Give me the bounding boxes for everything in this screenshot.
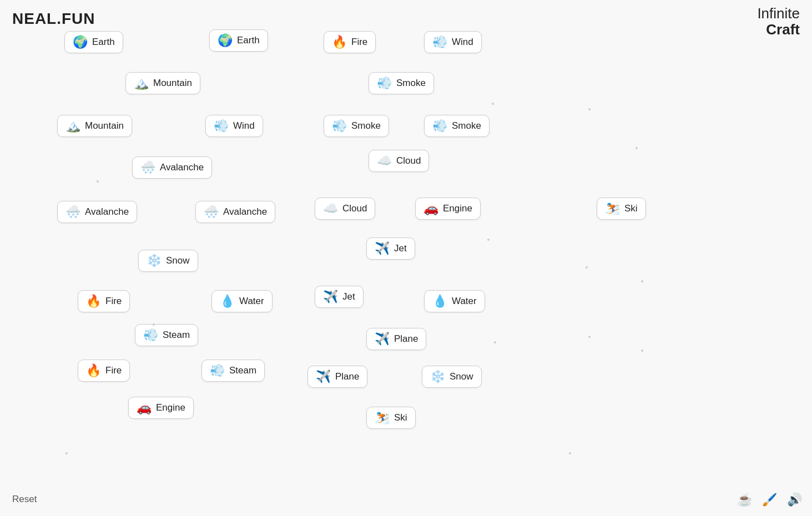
element-label: Smoke xyxy=(452,120,481,131)
element-e10[interactable]: 💨Smoke xyxy=(424,115,490,137)
element-e25[interactable]: ✈️Plane xyxy=(366,328,426,350)
jet-icon: ✈️ xyxy=(375,242,390,255)
element-label: Fire xyxy=(351,37,367,48)
element-e30[interactable]: 🚗Engine xyxy=(128,397,194,419)
title-infinite: Infinite xyxy=(757,6,800,22)
element-e12[interactable]: ☁️Cloud xyxy=(369,150,429,172)
element-e31[interactable]: ⛷️Ski xyxy=(366,407,416,429)
element-e5[interactable]: 🏔️Mountain xyxy=(125,72,200,94)
element-e2[interactable]: 🌍Earth xyxy=(209,29,268,52)
element-label: Mountain xyxy=(153,78,192,89)
smoke-icon: 💨 xyxy=(332,120,347,132)
element-e16[interactable]: 🚗Engine xyxy=(415,198,481,220)
element-label: Smoke xyxy=(396,78,426,89)
fire-icon: 🔥 xyxy=(86,295,101,307)
element-label: Ski xyxy=(624,203,638,214)
element-label: Jet xyxy=(342,291,355,302)
smoke-icon: 💨 xyxy=(377,77,392,89)
element-e19[interactable]: ✈️Jet xyxy=(366,237,415,260)
logo: NEAL.FUN xyxy=(12,10,95,28)
element-e27[interactable]: 💨Steam xyxy=(201,360,265,382)
element-label: Avalanche xyxy=(160,162,204,173)
snow-icon: ❄️ xyxy=(430,371,445,383)
svg-line-2 xyxy=(94,42,95,126)
decoration-dot-2 xyxy=(588,108,591,110)
element-e14[interactable]: 🌨️Avalanche xyxy=(195,201,275,223)
element-label: Steam xyxy=(229,365,256,376)
element-e8[interactable]: 💨Wind xyxy=(205,115,263,137)
svg-line-3 xyxy=(234,41,239,126)
decoration-dot-6 xyxy=(641,280,643,282)
fire-icon: 🔥 xyxy=(332,36,347,48)
earth-icon: 🌍 xyxy=(73,36,88,48)
ski-icon: ⛷️ xyxy=(605,203,620,215)
element-label: Engine xyxy=(156,402,185,413)
element-e24[interactable]: 💨Steam xyxy=(135,324,198,346)
engine-icon: 🚗 xyxy=(423,203,438,215)
snow-icon: ❄️ xyxy=(147,255,162,267)
element-e22[interactable]: ✈️Jet xyxy=(315,286,364,308)
smoke-icon: 💨 xyxy=(432,120,447,132)
wind-icon: 💨 xyxy=(432,36,447,48)
element-e29[interactable]: ❄️Snow xyxy=(422,366,482,388)
decoration-dot-10 xyxy=(153,323,155,326)
element-e4[interactable]: 💨Wind xyxy=(424,31,482,53)
decoration-dot-12 xyxy=(569,452,571,454)
volume-icon[interactable]: 🔊 xyxy=(787,493,802,507)
element-e11[interactable]: 🌨️Avalanche xyxy=(132,156,212,179)
element-e9[interactable]: 💨Smoke xyxy=(324,115,389,137)
element-label: Mountain xyxy=(85,120,124,131)
element-e6[interactable]: 💨Smoke xyxy=(369,72,434,94)
decoration-dot-8 xyxy=(588,336,591,338)
element-e3[interactable]: 🔥Fire xyxy=(324,31,376,53)
fire-icon: 🔥 xyxy=(86,365,101,377)
decoration-dot-9 xyxy=(641,350,643,352)
element-e28[interactable]: ✈️Plane xyxy=(307,366,367,388)
decoration-dot-0 xyxy=(97,180,99,183)
brush-icon[interactable]: 🖌️ xyxy=(762,493,777,507)
element-e7[interactable]: 🏔️Mountain xyxy=(57,115,132,137)
decoration-dot-11 xyxy=(65,452,68,454)
reset-button[interactable]: Reset xyxy=(12,494,37,505)
element-e23[interactable]: 💧Water xyxy=(424,290,485,312)
mountain-icon: 🏔️ xyxy=(134,77,149,89)
element-e1[interactable]: 🌍Earth xyxy=(64,31,123,53)
decoration-dot-3 xyxy=(636,147,638,149)
element-label: Jet xyxy=(394,243,407,254)
element-label: Steam xyxy=(163,330,190,341)
element-label: Avalanche xyxy=(223,206,267,217)
element-label: Wind xyxy=(233,120,255,131)
element-e20[interactable]: 🔥Fire xyxy=(78,290,130,312)
title-craft: Craft xyxy=(757,22,800,38)
earth-icon: 🌍 xyxy=(218,34,233,47)
decoration-dot-5 xyxy=(586,266,588,269)
element-e17[interactable]: ⛷️Ski xyxy=(597,198,646,220)
cloud-icon: ☁️ xyxy=(323,203,338,215)
element-e13[interactable]: 🌨️Avalanche xyxy=(57,201,137,223)
plane-icon: ✈️ xyxy=(316,371,331,383)
decoration-dot-1 xyxy=(492,103,494,105)
element-e26[interactable]: 🔥Fire xyxy=(78,360,130,382)
element-label: Plane xyxy=(394,333,418,345)
element-label: Earth xyxy=(92,37,115,48)
element-label: Water xyxy=(452,296,477,307)
coffee-icon[interactable]: ☕ xyxy=(737,493,752,507)
element-label: Plane xyxy=(335,371,359,382)
element-label: Snow xyxy=(450,371,473,382)
element-e18[interactable]: ❄️Snow xyxy=(138,250,198,272)
element-label: Water xyxy=(239,296,264,307)
mountain-icon: 🏔️ xyxy=(65,120,80,132)
element-label: Cloud xyxy=(342,203,367,214)
element-label: Engine xyxy=(443,203,472,214)
water-icon: 💧 xyxy=(432,295,447,307)
decoration-dot-4 xyxy=(487,239,490,241)
element-e15[interactable]: ☁️Cloud xyxy=(315,198,375,220)
decoration-dot-7 xyxy=(494,341,496,343)
water-icon: 💧 xyxy=(220,295,235,307)
element-e21[interactable]: 💧Water xyxy=(211,290,273,312)
steam-icon: 💨 xyxy=(143,329,158,341)
cloud-icon: ☁️ xyxy=(377,155,392,167)
footer-actions: ☕ 🖌️ 🔊 xyxy=(737,493,802,507)
ski-icon: ⛷️ xyxy=(375,412,390,424)
plane-icon: ✈️ xyxy=(375,333,390,345)
